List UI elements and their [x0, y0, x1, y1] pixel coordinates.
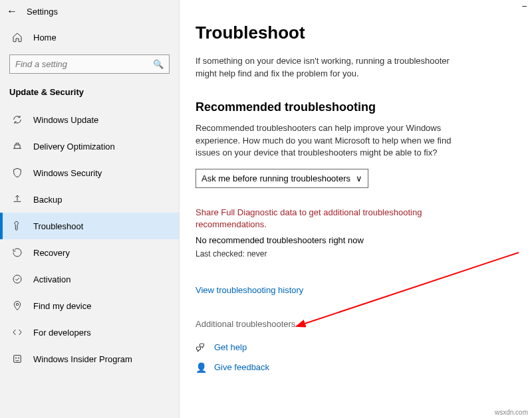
troubleshoot-icon [12, 221, 23, 231]
chevron-down-icon: ∨ [356, 173, 362, 183]
sidebar-item-label: Find my device [33, 301, 91, 311]
sidebar-item-label: Windows Update [33, 115, 98, 125]
activation-icon [12, 274, 23, 284]
intro-text: If something on your device isn't workin… [196, 55, 462, 80]
sidebar-item-label: Windows Insider Program [33, 354, 132, 364]
sidebar-item-label: Backup [33, 195, 62, 205]
search-icon: 🔍 [153, 59, 164, 69]
feedback-icon: 👤 [196, 362, 206, 373]
dropdown-value: Ask me before running troubleshooters [201, 173, 350, 183]
sidebar-item-label: Recovery [33, 248, 70, 258]
sidebar-item-windows-insider[interactable]: Windows Insider Program [0, 346, 179, 372]
main-content: – Troubleshoot If something on your devi… [180, 0, 532, 418]
diagnostic-warning: Share Full Diagnostic data to get additi… [196, 207, 462, 231]
sidebar-item-label: Troubleshoot [33, 221, 83, 231]
last-checked-text: Last checked: never [196, 249, 516, 259]
sidebar-item-for-developers[interactable]: For developers [0, 319, 179, 346]
backup-icon [12, 194, 23, 205]
shield-icon [12, 167, 23, 178]
search-field[interactable] [15, 59, 153, 69]
delivery-icon [12, 141, 23, 152]
troubleshoot-preference-dropdown[interactable]: Ask me before running troubleshooters ∨ [196, 169, 368, 188]
search-input[interactable]: 🔍 [9, 54, 170, 74]
sidebar-item-backup[interactable]: Backup [0, 186, 179, 213]
developers-icon [12, 327, 23, 338]
home-icon [12, 32, 23, 43]
svg-point-4 [18, 358, 19, 358]
sidebar-item-troubleshoot[interactable]: Troubleshoot [0, 213, 179, 239]
sidebar-item-label: Activation [33, 274, 70, 284]
give-feedback-label: Give feedback [214, 362, 269, 372]
svg-point-3 [15, 358, 16, 358]
home-label: Home [33, 33, 57, 43]
sidebar-item-label: Delivery Optimization [33, 142, 115, 152]
minimize-button[interactable]: – [522, 1, 527, 11]
sidebar-item-find-my-device[interactable]: Find my device [0, 292, 179, 319]
refresh-icon [12, 114, 23, 125]
no-recommended-text: No recommended troubleshooters right now [196, 235, 516, 245]
svg-point-1 [16, 303, 18, 305]
location-icon [12, 300, 23, 311]
sidebar-item-activation[interactable]: Activation [0, 266, 179, 292]
history-link[interactable]: View troubleshooting history [196, 285, 516, 295]
get-help-row[interactable]: 🗪 Get help [196, 342, 516, 353]
svg-point-0 [13, 275, 21, 283]
give-feedback-row[interactable]: 👤 Give feedback [196, 362, 516, 373]
page-title: Troubleshoot [196, 23, 516, 43]
recommended-desc: Recommended troubleshooters can help imp… [196, 122, 462, 160]
sidebar-item-label: Windows Security [33, 168, 102, 178]
back-button[interactable]: ← [7, 5, 17, 17]
sidebar: ← Settings Home 🔍 Update & Security Wind… [0, 0, 180, 418]
window-title: Settings [27, 7, 58, 17]
additional-troubleshooters-link[interactable]: Additional troubleshooters [196, 319, 516, 329]
sidebar-item-delivery-optimization[interactable]: Delivery Optimization [0, 133, 179, 159]
titlebar: ← Settings [0, 0, 179, 25]
svg-rect-2 [14, 356, 21, 363]
sidebar-item-windows-security[interactable]: Windows Security [0, 159, 179, 186]
sidebar-item-windows-update[interactable]: Windows Update [0, 106, 179, 133]
sidebar-item-recovery[interactable]: Recovery [0, 239, 179, 266]
help-icon: 🗪 [196, 342, 206, 353]
recommended-heading: Recommended troubleshooting [196, 100, 516, 114]
watermark: wsxdn.com [495, 409, 528, 416]
get-help-label: Get help [214, 342, 247, 352]
category-heading: Update & Security [0, 82, 179, 106]
sidebar-item-label: For developers [33, 328, 91, 338]
recovery-icon [12, 247, 23, 258]
insider-icon [12, 354, 23, 364]
sidebar-item-home[interactable]: Home [0, 25, 179, 49]
